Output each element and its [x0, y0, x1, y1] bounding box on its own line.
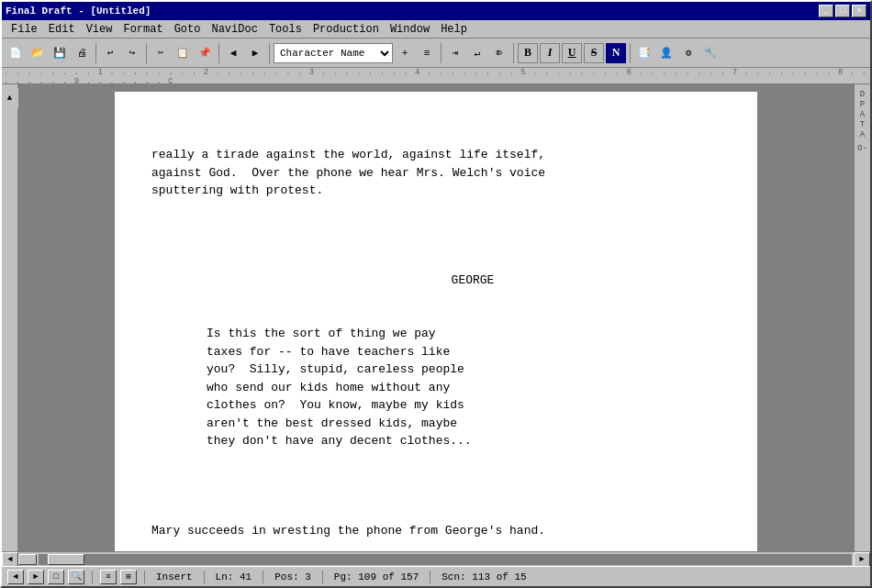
element-type-dropdown[interactable]: Character Name Action Scene Heading Pare… — [274, 43, 393, 63]
separator-6 — [513, 43, 514, 63]
sidebar-letter-a2: A — [857, 130, 867, 139]
paste-icon[interactable]: 📌 — [195, 43, 215, 63]
window-title: Final Draft - [Untitled] — [6, 6, 151, 17]
new-icon[interactable]: 📄 — [6, 43, 26, 63]
sidebar-letter-d: D — [857, 90, 867, 99]
action-line-2: Mary succeeds in wresting the phone from… — [151, 522, 721, 540]
minimize-button[interactable]: _ — [819, 5, 833, 17]
scroll-page-up-btn[interactable] — [18, 554, 37, 565]
status-btn-3[interactable]: □ — [48, 570, 64, 584]
extra-icon[interactable]: 🔧 — [700, 43, 721, 63]
main-area: ▲ really a tirade against the world, aga… — [2, 84, 870, 551]
status-scene: Scn: 113 of 15 — [438, 571, 530, 582]
action-line-1: really a tirade against the world, again… — [151, 146, 721, 200]
close-button[interactable]: × — [852, 5, 866, 17]
left-sidebar: ▲ — [2, 84, 18, 551]
status-sep-6 — [430, 571, 430, 583]
status-mode: Insert — [152, 571, 196, 582]
back-icon[interactable]: ◀ — [223, 43, 243, 63]
status-sep-1 — [92, 571, 93, 583]
status-sep-3 — [204, 571, 205, 583]
print-icon[interactable]: 🖨 — [72, 43, 92, 63]
ruler-marks: . . . . . . . . 1 . . . . . . . . 2 . . … — [4, 68, 868, 83]
maximize-button[interactable]: □ — [835, 5, 850, 17]
horizontal-scrollbar: ◄ ► — [2, 551, 870, 566]
h-scroll-thumb[interactable] — [48, 554, 84, 565]
menu-edit[interactable]: Edit — [43, 22, 81, 36]
separator-1 — [95, 43, 96, 63]
status-btn-1[interactable]: ◄ — [7, 570, 24, 584]
menu-help[interactable]: Help — [435, 22, 473, 36]
sidebar-letter-a: A — [857, 110, 867, 119]
sidebar-letter-p: P — [857, 100, 867, 109]
settings-icon[interactable]: ⚙ — [678, 43, 699, 63]
character-george-1: GEORGE — [225, 272, 721, 290]
status-btn-6[interactable]: ⊞ — [120, 570, 137, 584]
menu-format[interactable]: Format — [117, 22, 168, 36]
misc-icon-3[interactable]: ⌦ — [489, 43, 509, 63]
status-btn-5[interactable]: ≡ — [100, 570, 117, 584]
menu-file[interactable]: File — [6, 22, 43, 36]
menu-goto[interactable]: Goto — [169, 22, 207, 36]
normal-button[interactable]: N — [606, 43, 626, 63]
separator-3 — [218, 43, 219, 63]
menu-view[interactable]: View — [81, 22, 118, 36]
separator-7 — [630, 43, 631, 63]
menu-bar: File Edit View Format Goto NaviDoc Tools… — [2, 20, 870, 39]
ruler: . . . . . . . . 1 . . . . . . . . 2 . . … — [2, 68, 870, 84]
title-bar: Final Draft - [Untitled] _ □ × — [2, 2, 870, 20]
add-icon[interactable]: + — [395, 43, 415, 63]
status-page: Pg: 109 of 157 — [330, 571, 422, 582]
toolbar: 📄 📂 💾 🖨 ↩ ↪ ✂ 📋 📌 ◀ ▶ Character Name Act… — [2, 39, 870, 68]
user-icon[interactable]: 👤 — [656, 43, 676, 63]
sidebar-up-icon[interactable]: ▲ — [2, 88, 20, 108]
separator-5 — [441, 43, 442, 63]
status-line: Ln: 41 — [212, 571, 256, 582]
sidebar-letters: D P A T A O- — [857, 90, 867, 153]
sidebar-letter-o: O- — [857, 144, 867, 153]
scroll-right-btn[interactable]: ► — [854, 552, 870, 567]
status-sep-2 — [144, 571, 145, 583]
scroll-left-btn[interactable]: ◄ — [2, 552, 18, 567]
italic-button[interactable]: I — [540, 43, 560, 63]
page-icon[interactable]: 📑 — [634, 43, 654, 63]
misc-icon-1[interactable]: ⇥ — [445, 43, 465, 63]
status-btn-2[interactable]: ► — [28, 570, 44, 584]
forward-icon[interactable]: ▶ — [245, 43, 265, 63]
menu-production[interactable]: Production — [307, 22, 385, 36]
options-icon[interactable]: ≡ — [417, 43, 437, 63]
right-sidebar: D P A T A O- — [854, 84, 870, 551]
strikethrough-button[interactable]: S — [584, 43, 604, 63]
menu-tools[interactable]: Tools — [263, 22, 307, 36]
menu-navidoc[interactable]: NaviDoc — [206, 22, 263, 36]
status-sep-5 — [322, 571, 323, 583]
copy-icon[interactable]: 📋 — [173, 43, 193, 63]
redo-icon[interactable]: ↪ — [122, 43, 142, 63]
status-pos: Pos: 3 — [271, 571, 315, 582]
doc-page: really a tirade against the world, again… — [115, 92, 757, 551]
bold-button[interactable]: B — [518, 43, 538, 63]
misc-icon-2[interactable]: ↵ — [467, 43, 487, 63]
save-icon[interactable]: 💾 — [50, 43, 70, 63]
undo-icon[interactable]: ↩ — [100, 43, 120, 63]
separator-4 — [269, 43, 270, 63]
window-controls: _ □ × — [819, 5, 866, 17]
status-bar: ◄ ► □ 🔍 ≡ ⊞ Insert Ln: 41 Pos: 3 Pg: 109… — [2, 566, 870, 586]
main-window: Final Draft - [Untitled] _ □ × File Edit… — [0, 0, 872, 588]
dialogue-george-1: Is this the sort of thing we pay taxes f… — [207, 325, 500, 450]
menu-window[interactable]: Window — [385, 22, 435, 36]
script-content[interactable]: really a tirade against the world, again… — [151, 110, 721, 551]
underline-button[interactable]: U — [562, 43, 582, 63]
separator-2 — [146, 43, 147, 63]
document-area[interactable]: really a tirade against the world, again… — [18, 84, 854, 551]
sidebar-letter-t: T — [857, 120, 867, 129]
cut-icon[interactable]: ✂ — [151, 43, 171, 63]
h-scroll-track — [39, 554, 852, 565]
status-btn-4[interactable]: 🔍 — [68, 570, 84, 584]
status-sep-4 — [263, 571, 263, 583]
open-icon[interactable]: 📂 — [28, 43, 48, 63]
